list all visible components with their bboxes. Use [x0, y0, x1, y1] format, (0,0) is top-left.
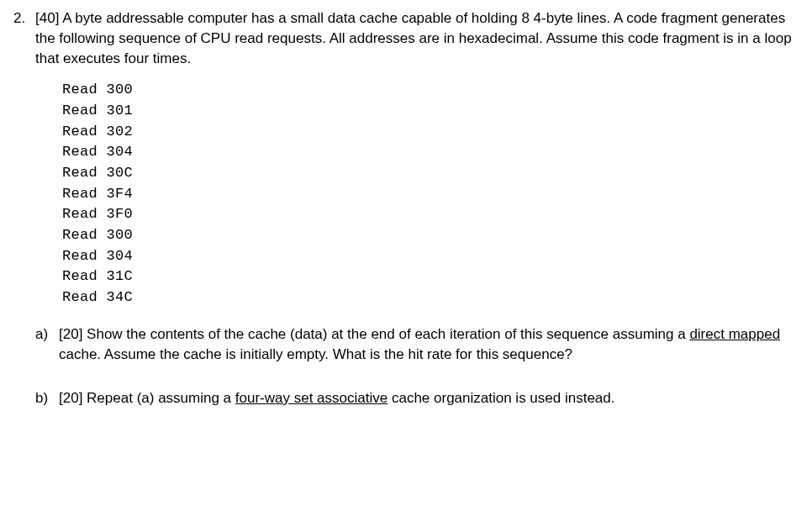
subpart-b-points: [20] [59, 390, 82, 406]
subpart-b-text-before: Repeat (a) assuming a [87, 390, 235, 406]
subpart-a-points: [20] [59, 326, 82, 342]
read-line: Read 31C [62, 266, 797, 287]
read-line: Read 301 [62, 101, 797, 122]
problem-container: 2. [40] A byte addressable computer has … [10, 8, 797, 432]
read-line: Read 3F0 [62, 204, 797, 225]
problem-intro-text: A byte addressable computer has a small … [35, 10, 792, 66]
subpart-a-text-before: Show the contents of the cache (data) at… [87, 326, 689, 342]
read-line: Read 300 [62, 80, 797, 101]
subpart-b-body: [20] Repeat (a) assuming a four-way set … [59, 388, 797, 408]
read-line: Read 304 [62, 246, 797, 267]
subpart-a: a) [20] Show the contents of the cache (… [35, 324, 797, 365]
read-line: Read 302 [62, 122, 797, 143]
code-block: Read 300 Read 301 Read 302 Read 304 Read… [62, 80, 797, 308]
read-line: Read 300 [62, 225, 797, 246]
problem-points: [40] [35, 10, 59, 26]
read-line: Read 3F4 [62, 184, 797, 205]
subpart-a-label: a) [35, 324, 59, 345]
subpart-b-label: b) [35, 388, 59, 408]
read-line: Read 304 [62, 142, 797, 163]
subpart-a-body: [20] Show the contents of the cache (dat… [59, 324, 797, 365]
read-line: Read 30C [62, 163, 797, 184]
problem-intro: [40] A byte addressable computer has a s… [35, 8, 797, 68]
subpart-a-text-after: cache. Assume the cache is initially emp… [59, 346, 572, 362]
subpart-b: b) [20] Repeat (a) assuming a four-way s… [35, 388, 797, 408]
read-line: Read 34C [62, 287, 797, 308]
subpart-b-underlined: four-way set associative [235, 390, 388, 406]
problem-number: 2. [10, 8, 35, 29]
subpart-a-underlined: direct mapped [689, 326, 780, 342]
subpart-b-text-after: cache organization is used instead. [388, 390, 614, 406]
problem-body: [40] A byte addressable computer has a s… [35, 8, 797, 432]
